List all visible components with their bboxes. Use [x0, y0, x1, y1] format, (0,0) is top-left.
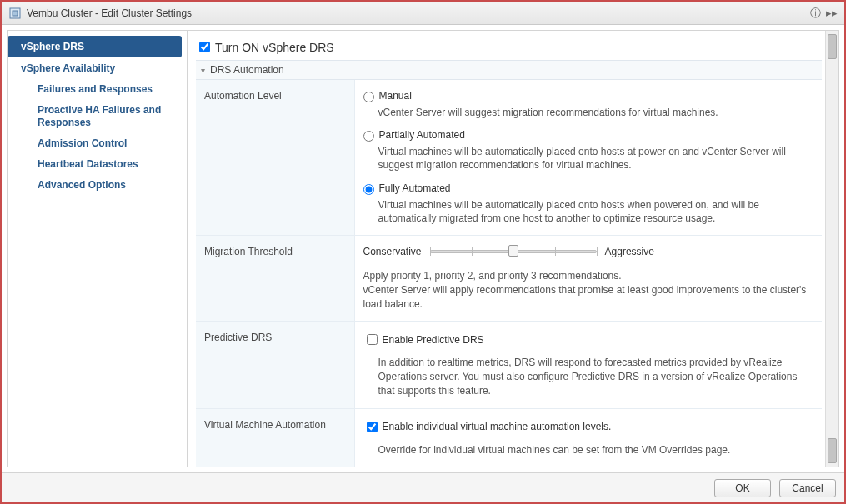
- option-manual: Manual vCenter Server will suggest migra…: [363, 90, 814, 119]
- turn-on-drs-row: Turn ON vSphere DRS: [196, 39, 822, 55]
- window-title: Vembu Cluster - Edit Cluster Settings: [27, 7, 805, 19]
- option-fully: Fully Automated Virtual machines will be…: [363, 182, 814, 225]
- row-vm-automation: Virtual Machine Automation Enable indivi…: [196, 408, 822, 467]
- expand-icon[interactable]: ▸▸: [826, 7, 838, 19]
- row-predictive-drs: Predictive DRS Enable Predictive DRS In …: [196, 322, 822, 408]
- cluster-icon: [8, 7, 22, 20]
- option-partially-desc: Virtual machines will be automatically p…: [378, 145, 814, 172]
- slider-left-label: Conservative: [363, 246, 422, 257]
- sidebar-sub-failures[interactable]: Failures and Responses: [8, 79, 187, 100]
- automation-level-cell: Manual vCenter Server will suggest migra…: [354, 80, 822, 235]
- sidebar-sub-advanced[interactable]: Advanced Options: [8, 175, 187, 196]
- vm-automation-cell: Enable individual virtual machine automa…: [354, 408, 822, 467]
- content-area: Turn ON vSphere DRS ▾ DRS Automation Aut…: [188, 31, 825, 467]
- sidebar-sub-proactive[interactable]: Proactive HA Failures and Responses: [8, 100, 187, 133]
- sidebar-item-availability[interactable]: vSphere Availability: [8, 57, 187, 79]
- migration-slider-row: Conservative Aggressive: [363, 246, 814, 257]
- content-wrap: Turn ON vSphere DRS ▾ DRS Automation Aut…: [188, 31, 838, 467]
- row-migration-threshold: Migration Threshold Conservative: [196, 235, 822, 321]
- predictive-drs-desc: In addition to realtime metrics, DRS wil…: [378, 356, 814, 397]
- turn-on-drs-checkbox[interactable]: [199, 42, 210, 52]
- sidebar-sub-heartbeat[interactable]: Heartbeat Datastores: [8, 154, 187, 175]
- footer: OK Cancel: [2, 472, 844, 502]
- section-header-label: DRS Automation: [210, 64, 284, 76]
- option-partially-label: Partially Automated: [379, 129, 465, 141]
- vm-automation-desc: Override for individual virtual machines…: [378, 443, 814, 457]
- sidebar-item-label: vSphere DRS: [21, 41, 84, 52]
- vertical-scrollbar[interactable]: [825, 31, 838, 467]
- predictive-drs-checkbox-label: Enable Predictive DRS: [383, 334, 484, 346]
- option-manual-label: Manual: [379, 90, 412, 102]
- cancel-button[interactable]: Cancel: [779, 479, 836, 497]
- radio-manual[interactable]: [363, 92, 374, 102]
- predictive-drs-checkbox[interactable]: [367, 334, 378, 345]
- sidebar-item-label: vSphere Availability: [21, 62, 115, 74]
- row-automation-level: Automation Level Manual vCenter Server w…: [196, 80, 822, 235]
- automation-level-label: Automation Level: [196, 80, 354, 235]
- sidebar-sub-admission[interactable]: Admission Control: [8, 133, 187, 154]
- radio-fully[interactable]: [363, 184, 374, 195]
- collapse-arrow-icon: ▾: [201, 66, 205, 75]
- migration-threshold-label: Migration Threshold: [196, 235, 354, 321]
- vm-automation-label: Virtual Machine Automation: [196, 408, 354, 467]
- svg-rect-1: [13, 11, 18, 16]
- main-area: vSphere DRS vSphere Availability Failure…: [7, 30, 839, 467]
- option-partially: Partially Automated Virtual machines wil…: [363, 129, 814, 172]
- migration-slider[interactable]: [430, 249, 597, 254]
- title-bar: Vembu Cluster - Edit Cluster Settings ⓘ …: [2, 2, 844, 25]
- migration-threshold-cell: Conservative Aggressive: [354, 235, 822, 321]
- option-manual-desc: vCenter Server will suggest migration re…: [378, 106, 814, 119]
- vm-automation-checkbox[interactable]: [367, 422, 378, 432]
- predictive-drs-label: Predictive DRS: [196, 322, 354, 408]
- radio-partially[interactable]: [363, 131, 374, 142]
- drs-automation-header[interactable]: ▾ DRS Automation: [196, 60, 822, 80]
- migration-threshold-desc: Apply priority 1, priority 2, and priori…: [363, 269, 814, 311]
- option-fully-label: Fully Automated: [379, 182, 451, 194]
- settings-table: Automation Level Manual vCenter Server w…: [196, 80, 822, 467]
- slider-right-label: Aggressive: [605, 246, 654, 257]
- sidebar-item-drs[interactable]: vSphere DRS: [8, 36, 182, 57]
- help-icon[interactable]: ⓘ: [810, 6, 821, 21]
- option-fully-desc: Virtual machines will be automatically p…: [378, 198, 814, 225]
- turn-on-drs-label: Turn ON vSphere DRS: [215, 41, 334, 54]
- vm-automation-checkbox-label: Enable individual virtual machine automa…: [383, 421, 612, 432]
- ok-button[interactable]: OK: [714, 479, 771, 497]
- sidebar: vSphere DRS vSphere Availability Failure…: [8, 31, 188, 467]
- predictive-drs-cell: Enable Predictive DRS In addition to rea…: [354, 322, 822, 408]
